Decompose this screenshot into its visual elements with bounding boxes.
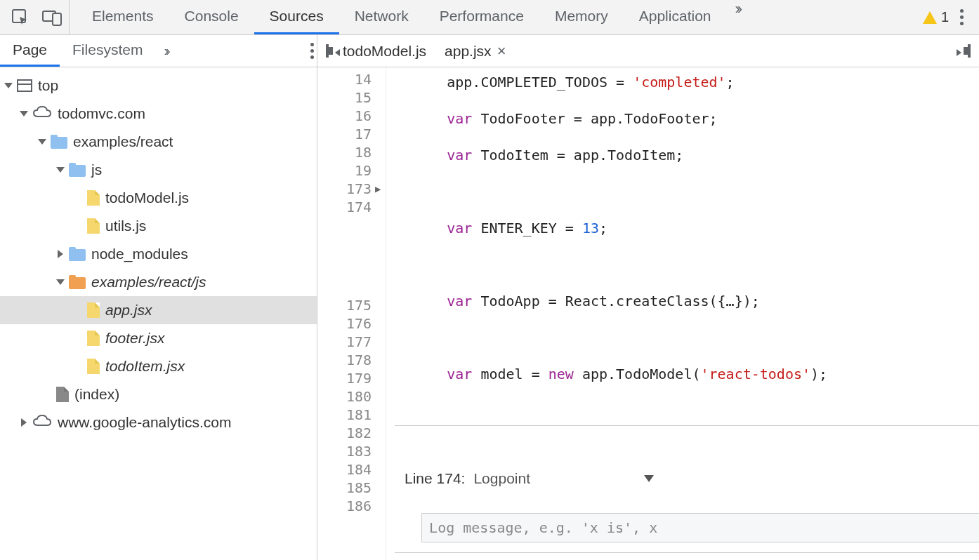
disclosure-triangle-icon[interactable] xyxy=(20,111,28,116)
line-number[interactable]: 181 xyxy=(317,406,372,424)
folder-icon xyxy=(69,275,86,289)
disclosure-triangle-icon[interactable] xyxy=(4,83,13,88)
file-tree[interactable]: top todomvc.com examples/react js todoMo… xyxy=(0,67,317,560)
svg-rect-2 xyxy=(53,13,61,25)
line-number[interactable]: 186 xyxy=(317,497,372,515)
tree-folder-nodemodules[interactable]: node_modules xyxy=(0,240,317,268)
line-number[interactable]: 19 xyxy=(317,161,372,180)
tree-label: js xyxy=(91,161,102,178)
tab-console[interactable]: Console xyxy=(169,0,254,34)
line-number[interactable]: 174 xyxy=(317,198,372,216)
code-area[interactable]: app.COMPLETED_TODOS = 'completed'; var T… xyxy=(386,67,979,560)
tab-elements[interactable]: Elements xyxy=(77,0,169,34)
navigator-tabs: Page Filesystem ›› xyxy=(0,35,317,67)
tree-label: examples/react xyxy=(73,133,173,150)
line-gutter[interactable]: 14 15 16 17 18 19 173 174 175 176 177 17… xyxy=(317,67,386,560)
file-icon xyxy=(87,218,100,234)
line-number[interactable]: 184 xyxy=(317,460,372,479)
line-number[interactable]: 17 xyxy=(317,125,372,143)
editor-tab-strip: todoModel.js app.jsx × xyxy=(317,35,979,67)
folder-icon xyxy=(69,163,86,177)
logpoint-header: Line 174: Logpoint xyxy=(405,469,969,488)
cloud-icon xyxy=(32,414,52,432)
tree-label: footer.jsx xyxy=(105,330,164,347)
code-editor[interactable]: 14 15 16 17 18 19 173 174 175 176 177 17… xyxy=(317,67,979,560)
line-number[interactable]: 16 xyxy=(317,107,372,125)
sources-main: top todomvc.com examples/react js todoMo… xyxy=(0,67,979,560)
tab-memory[interactable]: Memory xyxy=(539,0,624,34)
disclosure-triangle-icon[interactable] xyxy=(56,167,65,173)
logpoint-line-label: Line 174: xyxy=(405,469,465,488)
tree-file-selected[interactable]: app.jsx xyxy=(0,296,317,324)
line-number[interactable]: 178 xyxy=(317,351,372,369)
line-number[interactable]: 173 xyxy=(317,180,372,198)
close-icon[interactable]: × xyxy=(497,42,506,60)
tree-folder-examples[interactable]: examples/react xyxy=(0,128,317,156)
fold-toggle-icon[interactable]: ▶ xyxy=(375,180,381,198)
warnings-badge[interactable]: 1 xyxy=(923,9,949,25)
navigator-more-icon[interactable]: ›› xyxy=(155,43,176,59)
disclosure-triangle-icon[interactable] xyxy=(56,279,65,285)
tree-label: node_modules xyxy=(91,246,188,262)
line-number[interactable]: 15 xyxy=(317,88,372,107)
toolbar-tabs: Elements Console Sources Network Perform… xyxy=(70,0,910,34)
logpoint-editor: Line 174: Logpoint xyxy=(395,425,979,553)
tree-label: (index) xyxy=(74,386,119,403)
logpoint-type[interactable]: Logpoint xyxy=(473,469,530,488)
file-tab-todomodel[interactable]: todoModel.js xyxy=(339,43,431,60)
tree-file[interactable]: todoItem.jsx xyxy=(0,352,317,380)
warning-count: 1 xyxy=(941,9,949,25)
navigator-overflow-icon[interactable] xyxy=(308,39,317,63)
tree-top-frame[interactable]: top xyxy=(0,72,317,100)
navigator-tab-page[interactable]: Page xyxy=(0,35,60,67)
folder-icon xyxy=(51,135,67,149)
tree-file[interactable]: todoModel.js xyxy=(0,184,317,212)
device-icon[interactable] xyxy=(42,9,62,26)
toggle-debugger-icon[interactable] xyxy=(968,46,971,56)
line-number[interactable]: 180 xyxy=(317,387,372,406)
line-number[interactable]: 177 xyxy=(317,333,372,351)
line-number[interactable]: 14 xyxy=(317,70,372,88)
toolbar-right: 1 xyxy=(910,0,979,34)
toolbar-left-icons xyxy=(0,0,70,34)
tab-sources[interactable]: Sources xyxy=(254,0,339,34)
line-number[interactable]: 179 xyxy=(317,369,372,387)
tree-label: top xyxy=(38,77,58,94)
file-icon xyxy=(56,387,69,402)
tree-folder-js[interactable]: js xyxy=(0,156,317,184)
tab-application[interactable]: Application xyxy=(624,0,727,34)
file-icon xyxy=(87,359,100,374)
tree-domain[interactable]: todomvc.com xyxy=(0,100,317,128)
inspect-icon[interactable] xyxy=(11,8,29,27)
more-tabs-icon[interactable]: ›› xyxy=(726,0,748,34)
tree-label: utils.js xyxy=(105,218,146,234)
disclosure-triangle-icon[interactable] xyxy=(38,139,46,145)
sources-subbar: Page Filesystem ›› todoModel.js app.jsx … xyxy=(0,35,979,67)
tree-file[interactable]: utils.js xyxy=(0,212,317,240)
tree-label: www.google-analytics.com xyxy=(58,414,231,431)
logpoint-input[interactable] xyxy=(421,513,979,542)
navigator-tab-filesystem[interactable]: Filesystem xyxy=(60,35,155,67)
devtools-toolbar: Elements Console Sources Network Perform… xyxy=(0,0,979,35)
tree-folder-built[interactable]: examples/react/js xyxy=(0,268,317,296)
disclosure-triangle-icon[interactable] xyxy=(21,418,27,427)
overflow-menu-icon[interactable] xyxy=(957,5,966,29)
tree-domain-ga[interactable]: www.google-analytics.com xyxy=(0,408,317,436)
line-number[interactable]: 183 xyxy=(317,442,372,460)
line-number[interactable]: 175 xyxy=(317,296,372,314)
tab-performance[interactable]: Performance xyxy=(424,0,539,34)
dropdown-arrow-icon[interactable] xyxy=(644,475,654,482)
tree-label: app.jsx xyxy=(105,302,152,319)
toggle-navigator-icon[interactable] xyxy=(326,46,329,56)
tree-file[interactable]: footer.jsx xyxy=(0,324,317,352)
line-number[interactable]: 182 xyxy=(317,424,372,442)
file-tab-appjsx[interactable]: app.jsx × xyxy=(440,42,510,60)
tree-label: examples/react/js xyxy=(91,274,206,291)
disclosure-triangle-icon[interactable] xyxy=(58,250,63,258)
line-number[interactable]: 18 xyxy=(317,143,372,161)
tree-label: todoModel.js xyxy=(105,189,189,206)
tab-network[interactable]: Network xyxy=(339,0,424,34)
tree-file-index[interactable]: (index) xyxy=(0,380,317,408)
line-number[interactable]: 176 xyxy=(317,314,372,333)
line-number[interactable]: 185 xyxy=(317,479,372,497)
